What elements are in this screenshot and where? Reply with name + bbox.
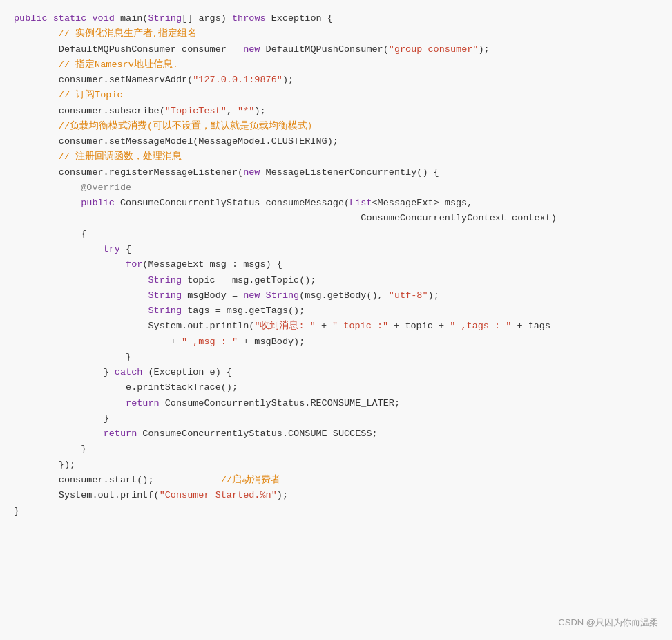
code-line-12: @Override (14, 180, 658, 196)
code-line-20: String tags = msg.getTags(); (14, 303, 658, 319)
code-line-21: System.out.println("收到消息: " + " topic :"… (14, 319, 658, 334)
code-line-18: String topic = msg.getTopic(); (14, 273, 658, 288)
code-line-17: for(MessageExt msg : msgs) { (14, 257, 658, 272)
code-line-29: } (14, 442, 658, 457)
code-line-14: ConsumeConcurrentlyContext context) (14, 211, 658, 226)
code-line-27: } (14, 411, 658, 426)
code-line-4: // 指定Namesrv地址信息. (14, 57, 658, 73)
code-line-24: } catch (Exception e) { (14, 365, 658, 380)
code-line-33: } (14, 504, 658, 519)
code-line-1: public static void main(String[] args) t… (14, 11, 658, 26)
code-line-25: e.printStackTrace(); (14, 380, 658, 395)
code-line-5: consumer.setNamesrvAddr("127.0.0.1:9876"… (14, 73, 658, 88)
code-line-23: } (14, 350, 658, 365)
code-line-13: public ConsumeConcurrentlyStatus consume… (14, 196, 658, 211)
code-line-15: { (14, 227, 658, 242)
code-line-3: DefaultMQPushConsumer consumer = new Def… (14, 42, 658, 57)
watermark: CSDN @只因为你而温柔 (558, 616, 658, 630)
code-line-10: // 注册回调函数，处理消息 (14, 149, 658, 164)
code-line-28: return ConsumeConcurrentlyStatus.CONSUME… (14, 426, 658, 442)
code-line-19: String msgBody = new String(msg.getBody(… (14, 288, 658, 303)
code-line-7: consumer.subscribe("TopicTest", "*"); (14, 104, 658, 119)
code-line-30: }); (14, 458, 658, 473)
code-line-9: consumer.setMessageModel(MessageModel.CL… (14, 134, 658, 149)
code-line-31: consumer.start(); //启动消费者 (14, 473, 658, 488)
code-line-8: //负载均衡模式消费(可以不设置，默认就是负载均衡模式） (14, 119, 658, 134)
code-line-22: + " ,msg : " + msgBody); (14, 335, 658, 350)
code-line-32: System.out.printf("Consumer Started.%n")… (14, 488, 658, 503)
code-line-16: try { (14, 242, 658, 257)
code-line-26: return ConsumeConcurrentlyStatus.RECONSU… (14, 396, 658, 411)
code-line-11: consumer.registerMessageListener(new Mes… (14, 165, 658, 180)
code-block: public static void main(String[] args) t… (0, 0, 672, 640)
code-line-6: // 订阅Topic (14, 88, 658, 103)
code-line-2: // 实例化消息生产者,指定组名 (14, 26, 658, 41)
